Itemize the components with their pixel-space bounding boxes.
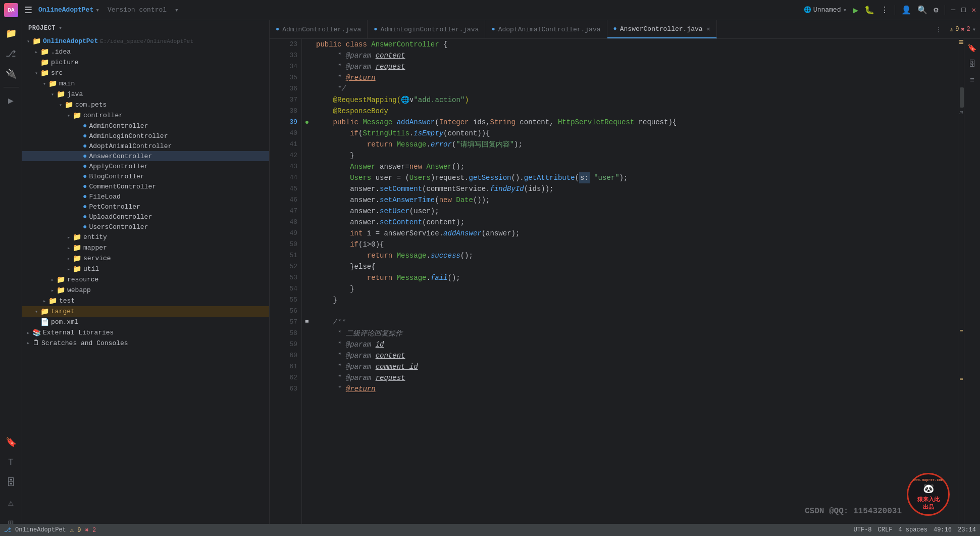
code-line-48: answer.setContent(content);	[316, 217, 954, 228]
tree-item-external-libs[interactable]: ▸ 📚 External Libraries	[22, 327, 269, 338]
tree-item-admincontroller[interactable]: ● AdminController	[22, 121, 269, 131]
status-right: UTF-8 CRLF 4 spaces 49:16 23:14	[854, 526, 976, 533]
status-position: 49:16	[934, 526, 952, 533]
tab-adoptanimalcontroller[interactable]: ● AdoptAnimalController.java	[485, 20, 607, 38]
code-line-61: * @param comment_id	[316, 361, 954, 372]
structure-panel-icon[interactable]: ≡	[965, 73, 979, 87]
search-icon[interactable]: 🔍	[917, 5, 927, 15]
status-encoding[interactable]: UTF-8	[854, 526, 872, 533]
tree-item-idea[interactable]: ▸ 📁 .idea	[22, 46, 269, 57]
structure-icon[interactable]: T	[2, 453, 20, 471]
tree-item-test[interactable]: ▸ 📁 test	[22, 296, 269, 306]
plugins-icon[interactable]: 🔌	[2, 65, 20, 83]
hamburger-button[interactable]: ☰	[22, 3, 34, 18]
tree-item-service[interactable]: ▸ 📁 service	[22, 253, 269, 264]
watermark: CSDN @QQ: 1154320031 www.maprer.com 🐼 猿来…	[805, 473, 950, 516]
tree-item-adminlogincontroller[interactable]: ● AdminLoginController	[22, 131, 269, 141]
tree-item-resource[interactable]: ▸ 📁 resource	[22, 274, 269, 285]
tree-item-applycontroller[interactable]: ● ApplyController	[22, 161, 269, 171]
code-line-54: }	[316, 283, 954, 295]
tree-item-uploadcontroller[interactable]: ● UploadController	[22, 212, 269, 222]
project-tree[interactable]: ▾ 📁 OnlineAdoptPet E:/idea_space/OnlineA…	[22, 36, 269, 536]
titlebar: DA ☰ OnlineAdoptPet ▾ Version control ▾ …	[0, 0, 980, 20]
database-icon[interactable]: 🗄	[2, 473, 20, 492]
status-line-sep[interactable]: CRLF	[878, 526, 893, 533]
close-button[interactable]: ✕	[972, 6, 976, 14]
error-marker2	[960, 378, 963, 380]
tree-item-petcontroller[interactable]: ● PetController	[22, 202, 269, 212]
code-line-55: }	[316, 295, 954, 306]
scrollbar[interactable]: m	[958, 39, 964, 524]
tree-item-compets[interactable]: ▾ 📁 com.pets	[22, 100, 269, 110]
watermark-text: CSDN @QQ: 1154320031	[805, 507, 902, 516]
explorer-icon[interactable]: 📁	[2, 24, 20, 42]
status-indent[interactable]: 4 spaces	[898, 526, 927, 533]
run-config[interactable]: 🌐 Unnamed ▾	[804, 6, 847, 14]
code-line-35: * @return	[316, 72, 954, 83]
debug-button[interactable]: 🐛	[864, 5, 874, 15]
code-line-43: Answer answer=new Answer();	[316, 161, 954, 172]
minimize-button[interactable]: ─	[951, 6, 955, 14]
tree-item-scratches[interactable]: ▸ 🗒 Scratches and Consoles	[22, 338, 269, 348]
code-line-62: * @param request	[316, 372, 954, 383]
problems-icon[interactable]: ⚠	[2, 494, 20, 512]
tree-item-pomxml[interactable]: 📄 pom.xml	[22, 317, 269, 327]
code-line-34: * @param request	[316, 61, 954, 72]
tree-item-java[interactable]: ▾ 📁 java	[22, 89, 269, 100]
project-name[interactable]: OnlineAdoptPet ▾	[38, 6, 99, 14]
close-tab-icon[interactable]: ✕	[707, 25, 710, 33]
code-line-46: answer.setAnswerTime(new Date());	[316, 194, 954, 206]
git-branch-icon[interactable]: ⎇	[4, 526, 11, 534]
code-line-59: * @param id	[316, 339, 954, 350]
tree-item-answercontroller[interactable]: ● AnswerController	[22, 151, 269, 161]
maximize-button[interactable]: □	[961, 6, 965, 14]
scroll-thumb[interactable]	[960, 87, 964, 108]
tree-item-target[interactable]: ▾ 📁 target	[22, 306, 269, 317]
tree-item-picture[interactable]: ▸ 📁 picture	[22, 57, 269, 68]
bookmark-panel-icon[interactable]: 🔖	[965, 41, 979, 55]
code-line-56	[316, 306, 954, 317]
git-branch-name[interactable]: OnlineAdoptPet	[15, 526, 66, 533]
status-left: ⎇ OnlineAdoptPet ⚠ 9 ✖ 2	[4, 526, 96, 534]
tree-item-userscontroller[interactable]: ● UsersController	[22, 222, 269, 232]
code-line-47: answer.setUser(user);	[316, 206, 954, 217]
tab-adminlogincontroller[interactable]: ● AdminLoginController.java	[368, 20, 485, 38]
tree-item-adoptanimalcontroller[interactable]: ● AdoptAnimalController	[22, 141, 269, 151]
warning-marker	[959, 40, 963, 41]
sidebar: Project ▾ ▾ 📁 OnlineAdoptPet E:/idea_spa…	[22, 20, 270, 536]
run-icon[interactable]: ▶	[2, 91, 20, 110]
code-content[interactable]: public class AnswerController { * @param…	[312, 39, 958, 524]
main-layout: 📁 ⎇ 🔌 ▶ 🔖 T 🗄 ⚠ ⊞ Project ▾ ▾ 📁	[0, 20, 980, 536]
tab-admincontroller[interactable]: ● AdminController.java	[270, 20, 368, 38]
tree-item-mapper[interactable]: ▸ 📁 mapper	[22, 242, 269, 253]
app-logo: DA	[4, 3, 18, 17]
tree-item-controller[interactable]: ▾ 📁 controller	[22, 110, 269, 121]
status-warnings: ⚠ 9	[70, 526, 81, 534]
tab-answercontroller[interactable]: ● AnswerController.java ✕	[607, 20, 717, 38]
tree-item-blogcontroller[interactable]: ● BlogController	[22, 171, 269, 181]
code-line-40: if(StringUtils.isEmpty(content)){	[316, 128, 954, 139]
code-editor[interactable]: 23 33 34 35 36 37 38 39 40 41 42 43 44 4…	[270, 39, 980, 524]
tree-item-root[interactable]: ▾ 📁 OnlineAdoptPet E:/idea_space/OnlineA…	[22, 36, 269, 46]
tree-item-entity[interactable]: ▸ 📁 entity	[22, 232, 269, 242]
tree-item-commentcontroller[interactable]: ● CommentController	[22, 181, 269, 191]
tab-menu-icon[interactable]: ⋮	[936, 26, 942, 33]
error-icon: ✖	[961, 26, 964, 33]
settings-icon[interactable]: ⚙	[934, 5, 939, 15]
tree-item-main[interactable]: ▾ 📁 main	[22, 78, 269, 89]
code-line-33: * @param content	[316, 50, 954, 61]
more-button[interactable]: ⋮	[881, 5, 889, 15]
tree-item-fileload[interactable]: ● FileLoad	[22, 191, 269, 202]
tree-item-src[interactable]: ▾ 📁 src	[22, 68, 269, 78]
database-panel-icon[interactable]: 🗄	[965, 57, 979, 71]
profile-icon[interactable]: 👤	[901, 5, 911, 15]
tree-item-util[interactable]: ▸ 📁 util	[22, 264, 269, 274]
code-line-51: return Message.success();	[316, 250, 954, 261]
version-control-menu[interactable]: Version control	[104, 4, 171, 16]
run-button[interactable]: ▶	[853, 5, 858, 16]
git-icon[interactable]: ⎇	[2, 44, 20, 63]
bookmarks-icon[interactable]: 🔖	[2, 433, 20, 451]
tree-item-webapp[interactable]: ▸ 📁 webapp	[22, 285, 269, 296]
code-line-39: public Message addAnswer(Integer ids,Str…	[316, 117, 954, 128]
gutter-icons: ● ≡	[302, 39, 312, 524]
